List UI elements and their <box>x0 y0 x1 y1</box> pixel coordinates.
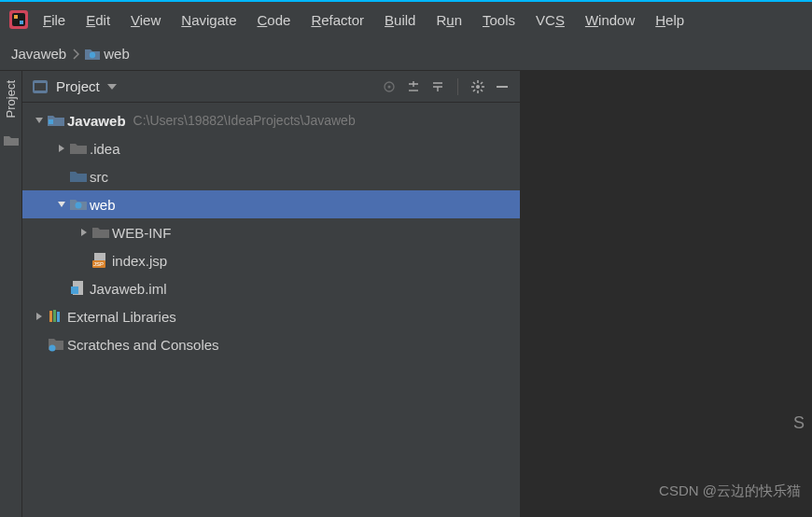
menu-run[interactable]: Run <box>428 8 469 32</box>
project-tool-header: Project <box>22 71 520 103</box>
svg-rect-28 <box>57 312 60 322</box>
menu-edit[interactable]: Edit <box>78 8 118 32</box>
folder-icon <box>91 226 110 239</box>
menu-help[interactable]: Help <box>648 8 692 32</box>
menu-file[interactable]: File <box>35 8 73 32</box>
gutter-structure-icon[interactable] <box>4 134 19 146</box>
source-folder-icon <box>69 170 88 183</box>
breadcrumb-web-label: web <box>104 46 130 62</box>
expander-icon[interactable] <box>54 200 69 209</box>
expander-icon[interactable] <box>77 228 91 237</box>
svg-point-4 <box>90 51 95 57</box>
svg-text:JSP: JSP <box>93 261 104 267</box>
svg-rect-26 <box>49 311 52 322</box>
project-scope-dropdown-icon[interactable] <box>107 83 117 91</box>
project-scope-label[interactable]: Project <box>56 78 100 94</box>
watermark: CSDN @云边的快乐猫 <box>659 482 801 500</box>
tree-node-idea[interactable]: .idea <box>22 134 520 162</box>
module-folder-icon <box>47 114 65 127</box>
hide-icon[interactable] <box>494 78 511 95</box>
svg-rect-19 <box>49 119 53 124</box>
breadcrumb-root[interactable]: Javaweb <box>11 46 66 62</box>
app-icon <box>7 8 30 31</box>
tree-node-iml[interactable]: Javaweb.iml <box>22 274 520 302</box>
tree-webinf-label: WEB-INF <box>112 225 171 241</box>
tree-root-label: Javaweb <box>67 113 126 129</box>
tree-scratch-label: Scratches and Consoles <box>67 337 219 353</box>
right-edge-hint: S <box>793 413 805 433</box>
breadcrumb-web[interactable]: web <box>85 46 130 62</box>
jsp-file-icon: JSP <box>91 253 110 268</box>
expander-icon[interactable] <box>32 312 47 321</box>
tree-node-extlib[interactable]: External Libraries <box>22 302 520 330</box>
web-folder-icon <box>69 198 88 211</box>
main: Project Project <box>0 71 812 517</box>
project-tool-window: Project <box>22 71 521 517</box>
menu-tools[interactable]: Tools <box>475 8 523 32</box>
tree-extlib-label: External Libraries <box>67 309 176 325</box>
svg-rect-25 <box>71 286 78 294</box>
svg-line-16 <box>473 90 475 91</box>
iml-file-icon <box>69 281 88 296</box>
tree-node-webinf[interactable]: WEB-INF <box>22 218 520 246</box>
folder-icon <box>69 142 88 155</box>
svg-point-9 <box>476 85 480 89</box>
web-folder-icon <box>85 48 100 61</box>
breadcrumb: Javaweb web <box>0 37 812 71</box>
svg-line-15 <box>481 90 483 91</box>
menu-navigate[interactable]: Navigate <box>174 8 244 32</box>
breadcrumb-sep-icon <box>72 49 79 60</box>
svg-rect-2 <box>14 15 18 19</box>
tree-web-label: web <box>90 197 116 213</box>
tree-idea-label: .idea <box>90 141 120 157</box>
menubar: File Edit View Navigate Code Refactor Bu… <box>0 2 812 37</box>
scratches-icon <box>47 337 65 352</box>
svg-rect-18 <box>497 86 508 88</box>
libraries-icon <box>47 309 65 324</box>
menu-refactor[interactable]: Refactor <box>303 8 371 32</box>
gear-icon[interactable] <box>469 78 486 95</box>
editor-area: S CSDN @云边的快乐猫 <box>521 71 812 517</box>
svg-point-8 <box>388 85 391 88</box>
svg-line-14 <box>473 82 475 84</box>
menu-vcs[interactable]: VCS <box>528 8 572 32</box>
tree-node-web[interactable]: web <box>22 190 520 218</box>
tree-iml-label: Javaweb.iml <box>90 281 167 297</box>
menu-window[interactable]: Window <box>578 8 642 32</box>
gutter-project-tab[interactable]: Project <box>4 80 18 118</box>
tree-node-src[interactable]: src <box>22 162 520 190</box>
tree-indexjsp-label: index.jsp <box>112 253 167 269</box>
project-tree: Javaweb C:\Users\19882\IdeaProjects\Java… <box>22 103 520 517</box>
expander-icon[interactable] <box>54 144 69 153</box>
expander-icon[interactable] <box>32 116 47 125</box>
tree-root-path: C:\Users\19882\IdeaProjects\Javaweb <box>133 113 356 128</box>
tree-node-scratch[interactable]: Scratches and Consoles <box>22 330 520 358</box>
svg-point-29 <box>49 345 56 352</box>
tree-src-label: src <box>90 169 108 185</box>
menu-view[interactable]: View <box>123 8 168 32</box>
expand-all-icon[interactable] <box>405 78 422 95</box>
tool-gutter: Project <box>0 71 22 517</box>
project-scope-icon <box>32 78 49 95</box>
menu-build[interactable]: Build <box>377 8 423 32</box>
svg-rect-6 <box>35 83 46 91</box>
breadcrumb-root-label: Javaweb <box>11 46 66 62</box>
svg-line-17 <box>481 82 483 84</box>
collapse-all-icon[interactable] <box>429 78 446 95</box>
tree-node-indexjsp[interactable]: JSP index.jsp <box>22 246 520 274</box>
tree-node-root[interactable]: Javaweb C:\Users\19882\IdeaProjects\Java… <box>22 106 520 134</box>
svg-rect-3 <box>20 21 23 24</box>
svg-rect-27 <box>53 310 56 322</box>
menu-code[interactable]: Code <box>250 8 299 32</box>
toolbar-divider <box>457 78 458 95</box>
svg-point-20 <box>76 203 82 209</box>
locate-icon[interactable] <box>381 78 398 95</box>
